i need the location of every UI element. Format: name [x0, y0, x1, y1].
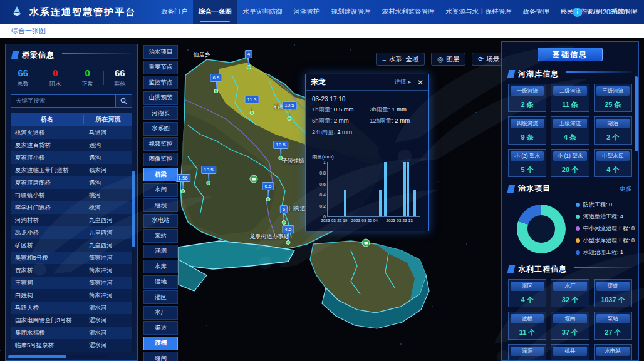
- horizontal-scrollbar[interactable]: [8, 355, 108, 358]
- gauge-marker[interactable]: 4: [245, 50, 252, 69]
- layer-item-12[interactable]: 泵站: [143, 229, 178, 243]
- gauge-marker[interactable]: 6.5: [262, 182, 274, 201]
- table-row[interactable]: 临摩5号提泉桥濯水河: [11, 339, 132, 352]
- river-card[interactable]: 小 (1) 型水20 个: [551, 149, 589, 177]
- layer-item-8[interactable]: 桥梁: [143, 168, 178, 181]
- layer-item-10[interactable]: 堰坝: [143, 198, 178, 212]
- table-row[interactable]: 司疆镇小桥桃河: [11, 189, 132, 201]
- camera-marker-icon[interactable]: [362, 239, 370, 247]
- river-card[interactable]: 湖泊2 个: [594, 116, 632, 145]
- card-value: 32 个: [553, 295, 586, 305]
- engineering-card[interactable]: 涵洞47 个: [508, 344, 546, 361]
- table-row[interactable]: 夏家渡唐阁桥遇沟: [11, 176, 132, 189]
- breadcrumb[interactable]: 综合一张图: [11, 26, 46, 36]
- river-card[interactable]: 三级河流25 条: [594, 84, 632, 112]
- table-row[interactable]: 国家电网管金门3号桥濯水河: [11, 314, 132, 327]
- layer-item-4[interactable]: 河湖长: [143, 106, 178, 120]
- layer-item-16[interactable]: 灌区: [143, 290, 178, 304]
- table-row[interactable]: 白姓祠简家冲河: [11, 289, 132, 302]
- map-control-1[interactable]: ◎图层: [431, 53, 465, 66]
- table-row[interactable]: 矿区桥九皇西河: [11, 239, 132, 252]
- gauge-marker[interactable]: 6.5: [210, 74, 222, 93]
- layer-item-1[interactable]: 重要节点: [143, 61, 178, 74]
- table-row[interactable]: 李学村门道桥桃河: [11, 201, 132, 214]
- layer-item-13[interactable]: 涵洞: [143, 245, 178, 258]
- layer-item-3[interactable]: 山洪预警: [143, 91, 178, 105]
- nav-item-3[interactable]: 河湖管护: [288, 0, 326, 24]
- nav-item-1[interactable]: 综合一张图: [193, 0, 237, 24]
- gauge-marker[interactable]: 6: [280, 205, 288, 225]
- gauge-marker[interactable]: 4.5: [282, 225, 294, 245]
- table-row[interactable]: 王家祠简家冲河: [11, 277, 132, 289]
- layer-item-15[interactable]: 湿地: [143, 275, 178, 289]
- nav-item-0[interactable]: 政务门户: [155, 0, 193, 24]
- gauge-marker[interactable]: 10.5: [273, 141, 288, 160]
- nav-item-4[interactable]: 规划建设管理: [326, 0, 377, 24]
- bridge-table-header: 桥名 所在河流: [11, 113, 132, 126]
- engineering-card[interactable]: 水厂32 个: [551, 279, 589, 307]
- card-label: 渠道: [596, 282, 630, 291]
- table-row[interactable]: 桃河夹道桥马道河: [11, 126, 132, 139]
- search-input[interactable]: 关键字搜索: [11, 94, 116, 108]
- table-row[interactable]: 夏家渡临玉带门道桥钱家河: [11, 164, 132, 176]
- gauge-marker[interactable]: 13.5: [201, 166, 216, 185]
- river-card[interactable]: 二级河流11 条: [551, 84, 589, 112]
- layer-item-11[interactable]: 水电站: [143, 214, 178, 228]
- engineering-card[interactable]: 水电站3 个: [594, 344, 632, 361]
- table-row[interactable]: 夏家渡百货桥遇沟: [11, 139, 132, 151]
- table-row[interactable]: 集团水福桥濯水河: [11, 327, 132, 339]
- search-icon: [120, 98, 127, 104]
- river-card[interactable]: 一级河流2 条: [508, 84, 546, 112]
- engineering-card[interactable]: 灌区4 个: [508, 279, 546, 307]
- engineering-card[interactable]: 泵站27 个: [594, 312, 632, 340]
- close-icon[interactable]: ✕: [417, 79, 423, 86]
- nav-item-5[interactable]: 农村水利监督管理: [377, 0, 440, 24]
- gauge-marker[interactable]: 11.3: [245, 96, 259, 115]
- layer-item-19[interactable]: 渡槽: [143, 337, 178, 350]
- layer-item-18[interactable]: 渠道: [143, 321, 178, 335]
- legend-label: 小型水库治理工程: 0: [583, 236, 635, 245]
- gauge-marker[interactable]: 10.5: [282, 101, 297, 121]
- user-menu[interactable]: i hkzb42080201 ▼: [573, 0, 636, 24]
- engineering-card[interactable]: 渠道1037 个: [594, 279, 632, 307]
- map-control-0[interactable]: ≡水系: 全域: [376, 53, 425, 66]
- panel-scrollbar-thumb[interactable]: [635, 76, 638, 151]
- engineering-card[interactable]: 机井66 个: [551, 344, 589, 361]
- layer-item-6[interactable]: 视频监控: [143, 137, 178, 151]
- layer-item-5[interactable]: 水系图: [143, 122, 178, 136]
- river-card[interactable]: 中型水库4 个: [594, 149, 632, 177]
- nav-item-2[interactable]: 水旱灾害防御: [237, 0, 288, 24]
- bridge-name-cell: 王家祠: [11, 279, 83, 287]
- layer-item-17[interactable]: 水厂: [143, 306, 178, 320]
- popup-detail-link[interactable]: 详情 ▸: [395, 78, 411, 86]
- scrollbar-thumb[interactable]: [132, 171, 135, 247]
- table-row[interactable]: 夏家渡小桥遇沟: [11, 151, 132, 164]
- table-row[interactable]: 禹龙小桥九皇西河: [11, 226, 132, 239]
- layer-item-7[interactable]: 图像监控: [143, 153, 178, 166]
- table-row[interactable]: 河沟村桥九皇西河: [11, 214, 132, 226]
- layer-item-0[interactable]: 治水项目: [143, 45, 178, 59]
- layer-item-2[interactable]: 监控节点: [143, 76, 178, 89]
- engineering-card[interactable]: 堰闸37 个: [551, 312, 589, 340]
- more-link[interactable]: 更多: [620, 185, 632, 193]
- layer-item-9[interactable]: 水闸: [143, 183, 178, 197]
- table-row[interactable]: 吴家相5号桥简家冲河: [11, 252, 132, 264]
- table-row[interactable]: 马路大桥濯水河: [11, 302, 132, 314]
- scrollbar-thumb[interactable]: [8, 355, 66, 358]
- camera-marker-icon[interactable]: [250, 175, 258, 183]
- river-card[interactable]: 四级河流9 条: [508, 116, 546, 145]
- layer-item-20[interactable]: 堰闸: [143, 352, 178, 361]
- search-button[interactable]: [116, 94, 132, 108]
- marker-dot: [286, 240, 291, 245]
- card-value: 2 条: [511, 100, 544, 109]
- vertical-scrollbar[interactable]: [132, 171, 135, 353]
- river-card[interactable]: 五级河流4 条: [551, 116, 589, 145]
- river-card[interactable]: 小 (2) 型水5 个: [508, 149, 546, 177]
- basic-info-button[interactable]: 基础信息: [538, 48, 603, 61]
- nav-item-6[interactable]: 水资源与水土保持管理: [440, 0, 517, 24]
- layer-item-14[interactable]: 水库: [143, 260, 178, 273]
- table-row[interactable]: 贾家桥简家冲河: [11, 264, 132, 277]
- engineering-card[interactable]: 渡槽11 个: [508, 312, 546, 340]
- nav-item-7[interactable]: 政务管理: [517, 0, 555, 24]
- map-control-2[interactable]: ⟳场景: [472, 53, 506, 66]
